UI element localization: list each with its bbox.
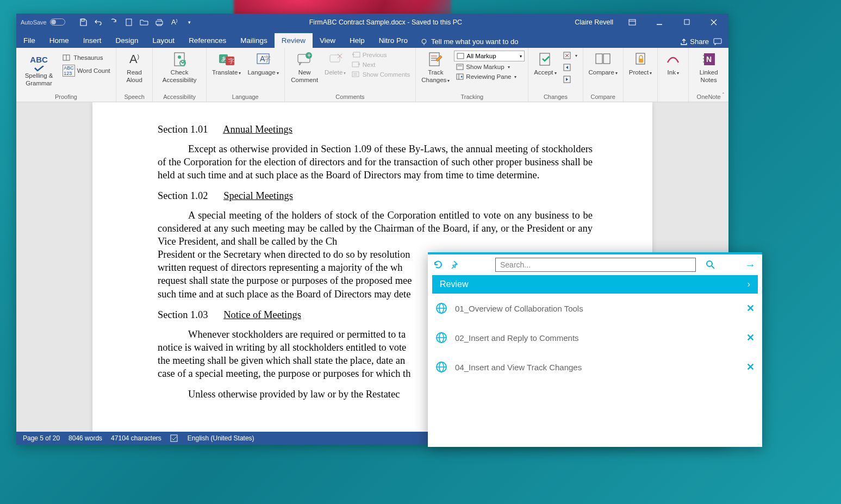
read-aloud-icon[interactable]: A) [167, 15, 182, 29]
autosave-toggle[interactable]: AutoSave [16, 18, 70, 26]
section-heading: Section 1.02 Special Meetings [158, 189, 593, 202]
panel-item[interactable]: 02_Insert and Reply to Comments ✕ [428, 323, 762, 352]
section-heading: Section 1.01 Annual Meetings [158, 123, 593, 136]
protect-button[interactable]: Protect▾ [627, 49, 654, 78]
svg-rect-8 [714, 39, 721, 43]
ink-button[interactable]: Ink▾ [661, 49, 685, 78]
training-panel: Search... → Review › 01_Overview of Coll… [428, 252, 762, 447]
previous-comment-button[interactable]: Previous [350, 51, 413, 59]
maximize-button[interactable] [674, 14, 699, 30]
tab-design[interactable]: Design [109, 33, 146, 48]
thesaurus-icon [63, 54, 71, 61]
panel-item[interactable]: 01_Overview of Collaboration Tools ✕ [428, 294, 762, 323]
spelling-grammar-button[interactable]: ABC Spelling & Grammar [20, 49, 58, 89]
check-accessibility-button[interactable]: Check Accessibility [156, 49, 203, 85]
collapse-ribbon-button[interactable]: ˆ [722, 92, 724, 98]
tab-help[interactable]: Help [342, 33, 372, 48]
tab-home[interactable]: Home [42, 33, 76, 48]
translate-button[interactable]: あ字 Translate▾ [210, 49, 244, 78]
lightbulb-icon [420, 38, 428, 46]
panel-search-input[interactable]: Search... [495, 258, 696, 272]
svg-rect-37 [457, 64, 463, 70]
reject-button[interactable]: ▾ [561, 51, 580, 60]
tab-layout[interactable]: Layout [146, 33, 182, 48]
svg-point-55 [707, 261, 712, 266]
share-button[interactable]: Share [680, 38, 709, 46]
accept-button[interactable]: Accept▾ [532, 49, 558, 78]
svg-rect-41 [540, 53, 550, 65]
panel-toolbar: Search... → [428, 252, 762, 275]
minimize-button[interactable] [647, 14, 672, 30]
previous-change-button[interactable] [561, 63, 580, 72]
ribbon: ABC Spelling & Grammar Thesaurus ABC123 … [16, 48, 728, 102]
linked-notes-button[interactable]: N Linked Notes [692, 49, 725, 85]
share-icon [680, 38, 687, 46]
markup-display-select[interactable]: All Markup ▾ [454, 51, 525, 61]
panel-item-label: 04_Insert and View Track Changes [455, 363, 582, 372]
chevron-right-icon: › [747, 279, 750, 289]
previous-icon [352, 52, 360, 58]
show-comments-button[interactable]: Show Comments [350, 70, 413, 79]
redo-icon[interactable] [107, 15, 121, 29]
svg-text:字: 字 [264, 55, 271, 63]
ribbon-tabs: File Home Insert Design Layout Reference… [16, 30, 728, 48]
close-icon[interactable]: ✕ [746, 361, 755, 373]
tab-insert[interactable]: Insert [76, 33, 109, 48]
search-icon[interactable] [706, 260, 719, 270]
quick-print-icon[interactable] [152, 15, 166, 29]
user-name[interactable]: Claire Revell [575, 18, 613, 26]
char-count-indicator[interactable]: 47104 characters [111, 434, 161, 442]
next-icon [352, 61, 360, 68]
svg-rect-5 [684, 20, 689, 24]
reviewing-pane-button[interactable]: Reviewing Pane▾ [454, 72, 525, 81]
svg-rect-24 [330, 55, 340, 62]
read-aloud-button[interactable]: A) Read Aloud [120, 49, 149, 85]
svg-rect-45 [596, 54, 602, 64]
open-icon[interactable] [137, 15, 151, 29]
save-icon[interactable] [76, 15, 90, 29]
next-comment-button[interactable]: Next [350, 60, 413, 69]
comments-pane-icon[interactable] [713, 38, 722, 46]
language-indicator[interactable]: English (United States) [188, 434, 254, 442]
undo-icon[interactable] [91, 15, 105, 29]
svg-text:+: + [307, 52, 311, 59]
page-indicator[interactable]: Page 5 of 20 [23, 434, 60, 442]
tab-references[interactable]: References [182, 33, 233, 48]
language-button[interactable]: A字 Language▾ [245, 49, 281, 78]
reviewing-pane-icon [456, 73, 464, 80]
delete-comment-button[interactable]: Delete▾ [323, 49, 347, 78]
svg-rect-36 [457, 53, 464, 59]
word-count-button[interactable]: ABC123 Word Count [60, 64, 113, 78]
panel-item-label: 02_Insert and Reply to Comments [455, 333, 579, 343]
next-change-button[interactable] [561, 74, 580, 84]
show-markup-button[interactable]: Show Markup▾ [454, 63, 525, 71]
svg-text:字: 字 [228, 58, 234, 64]
svg-rect-48 [639, 59, 643, 63]
spellcheck-icon[interactable] [170, 434, 179, 442]
qat-customize-icon[interactable]: ▾ [183, 15, 197, 29]
svg-rect-1 [126, 19, 132, 26]
close-icon[interactable]: ✕ [746, 332, 755, 344]
compare-button[interactable]: Compare▾ [587, 49, 620, 78]
close-icon[interactable]: ✕ [746, 302, 755, 314]
show-comments-icon [352, 71, 360, 78]
panel-header[interactable]: Review › [432, 275, 758, 294]
thesaurus-button[interactable]: Thesaurus [60, 53, 113, 63]
new-doc-icon[interactable] [122, 15, 136, 29]
track-changes-button[interactable]: Track Changes▾ [419, 49, 452, 85]
tab-view[interactable]: View [313, 33, 342, 48]
close-button[interactable] [701, 14, 726, 30]
word-count-indicator[interactable]: 8046 words [68, 434, 102, 442]
refresh-icon[interactable] [433, 260, 446, 270]
tab-review[interactable]: Review [275, 33, 313, 48]
tab-mailings[interactable]: Mailings [233, 33, 275, 48]
tab-nitro-pro[interactable]: Nitro Pro [372, 33, 415, 48]
collapse-panel-icon[interactable]: → [744, 259, 757, 271]
ribbon-display-icon[interactable] [620, 14, 645, 30]
globe-icon [435, 302, 447, 314]
new-comment-button[interactable]: + New Comment [288, 49, 321, 85]
panel-item[interactable]: 04_Insert and View Track Changes ✕ [428, 352, 762, 382]
tab-file[interactable]: File [16, 33, 42, 48]
tell-me-search[interactable]: Tell me what you want to do [415, 38, 524, 46]
pin-icon[interactable] [451, 260, 464, 270]
